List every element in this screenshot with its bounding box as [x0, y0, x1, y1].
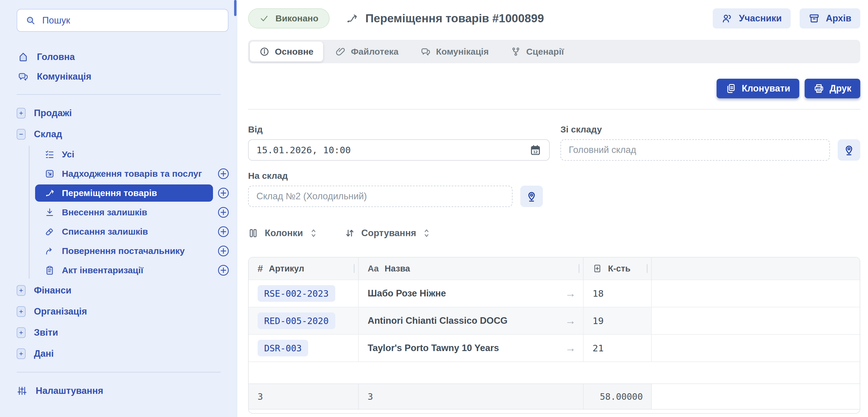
sidebar-scrollbar-thumb[interactable] — [234, 0, 237, 16]
svg-text:12: 12 — [533, 150, 538, 154]
tab-scenarios[interactable]: Сценарії — [501, 42, 574, 62]
article-badge: RSE-002-2023 — [258, 285, 335, 302]
column-resize-handle[interactable] — [354, 264, 354, 273]
sidebar-item-stock-entry[interactable]: Внесення залишків — [35, 204, 213, 221]
article-badge: DSR-003 — [258, 340, 308, 356]
add-circle-icon[interactable] — [217, 264, 230, 277]
incoming-box-icon — [44, 169, 55, 179]
target-warehouse-label: На склад — [248, 171, 543, 181]
expand-plus-icon[interactable] — [17, 306, 26, 317]
sidebar-search[interactable] — [17, 9, 228, 32]
return-arrow-icon — [44, 246, 55, 256]
sort-arrows-icon — [345, 228, 355, 238]
collapse-minus-icon[interactable] — [17, 129, 26, 140]
source-warehouse-field[interactable] — [560, 139, 830, 161]
home-icon — [18, 52, 29, 62]
sidebar-section-finance[interactable]: Фінанси — [0, 280, 237, 301]
search-input[interactable] — [42, 15, 220, 26]
sidebar-divider — [17, 372, 221, 373]
branch-icon — [511, 47, 521, 57]
clone-button[interactable]: Клонувати — [717, 79, 799, 98]
sidebar-item-inventory-act[interactable]: Акт інвентаризації — [35, 262, 213, 279]
target-warehouse-field[interactable] — [248, 186, 513, 207]
printer-icon — [813, 83, 824, 94]
table-bottom-padding — [249, 410, 860, 413]
section-divider — [248, 109, 860, 110]
copy-icon — [725, 83, 736, 94]
sidebar-item-all[interactable]: Усі — [35, 146, 213, 163]
source-location-button[interactable] — [838, 139, 860, 161]
print-button[interactable]: Друк — [805, 79, 860, 98]
columns-icon — [248, 228, 258, 238]
tab-communication[interactable]: Комунікація — [411, 42, 498, 62]
sidebar-section-organization[interactable]: Організація — [0, 301, 237, 322]
sidebar-section-sales[interactable]: Продажі — [0, 102, 237, 124]
table-row[interactable]: RSE-002-2023 Шабо Розе Ніжне → 18 — [249, 279, 860, 307]
table-empty-space — [249, 361, 860, 383]
sidebar-section-data[interactable]: Дані — [0, 343, 237, 364]
target-location-button[interactable] — [520, 186, 543, 207]
table-header-row: # Артикул Aa Назва К-сть — [249, 257, 860, 279]
checklist-icon — [44, 149, 55, 160]
expand-plus-icon[interactable] — [17, 285, 26, 296]
sidebar-section-reports[interactable]: Звіти — [0, 322, 237, 343]
expand-plus-icon[interactable] — [17, 327, 26, 338]
section-label: Фінанси — [34, 285, 71, 296]
table-row[interactable]: DSR-003 Taylor's Porto Tawny 10 Years → … — [249, 334, 860, 361]
item-qty: 19 — [584, 307, 652, 334]
open-row-arrow-icon[interactable]: → — [565, 342, 576, 354]
open-row-arrow-icon[interactable]: → — [565, 287, 576, 300]
tab-files[interactable]: Файлотека — [326, 42, 408, 62]
sidebar-item-goods-receipt[interactable]: Надходження товарів та послуг — [35, 165, 213, 182]
column-header-empty — [652, 257, 860, 279]
main-content: Виконано Переміщення товарів #1000899 Уч… — [237, 0, 868, 417]
people-icon — [722, 13, 733, 24]
table-controls: Колонки Сортування — [248, 228, 860, 239]
page-title: Переміщення товарів #1000899 — [365, 12, 544, 25]
archive-button[interactable]: Архів — [800, 8, 860, 29]
item-name: Taylor's Porto Tawny 10 Years — [368, 343, 499, 353]
column-header-name[interactable]: Aa Назва — [359, 257, 584, 279]
item-name: Шабо Розе Ніжне — [368, 288, 446, 299]
column-resize-handle[interactable] — [647, 264, 648, 273]
sidebar-top-nav: Головна Комунікація — [0, 47, 237, 86]
from-date-input[interactable] — [256, 145, 529, 155]
section-label: Звіти — [34, 327, 58, 338]
sidebar-item-return-to-supplier[interactable]: Повернення постачальнику — [35, 242, 213, 259]
item-name: Antinori Chianti Classico DOCG — [368, 315, 507, 326]
open-row-arrow-icon[interactable]: → — [565, 315, 576, 327]
sidebar-item-goods-transfer[interactable]: Переміщення товарів — [35, 184, 213, 202]
plus-square-icon — [593, 264, 602, 273]
column-header-qty[interactable]: К-сть — [584, 257, 652, 279]
target-warehouse-input[interactable] — [256, 191, 504, 202]
from-date-field[interactable]: 12 — [248, 139, 550, 161]
column-resize-handle[interactable] — [579, 264, 580, 273]
expand-plus-icon[interactable] — [17, 108, 26, 118]
tab-main[interactable]: Основне — [250, 42, 323, 62]
status-badge: Виконано — [248, 8, 330, 29]
participants-button[interactable]: Учасники — [713, 8, 790, 29]
section-label: Дані — [34, 348, 54, 359]
columns-button[interactable]: Колонки — [248, 228, 317, 239]
sidebar-item-settings[interactable]: Налаштування — [0, 380, 237, 401]
calendar-icon[interactable]: 12 — [529, 144, 541, 156]
sidebar-item-communication[interactable]: Комунікація — [0, 67, 237, 86]
add-circle-icon[interactable] — [217, 187, 230, 199]
sidebar-item-label: Переміщення товарів — [62, 188, 157, 198]
sort-button[interactable]: Сортування — [345, 228, 430, 239]
add-circle-icon[interactable] — [217, 225, 230, 238]
sidebar-item-stock-writeoff[interactable]: Списання залишків — [35, 223, 213, 240]
sidebar-item-home[interactable]: Головна — [0, 47, 237, 67]
sidebar-item-label: Надходження товарів та послуг — [62, 169, 202, 179]
search-icon — [26, 15, 36, 26]
add-circle-icon[interactable] — [217, 206, 230, 219]
expand-plus-icon[interactable] — [17, 348, 26, 359]
source-warehouse-input[interactable] — [569, 145, 822, 155]
info-icon — [259, 47, 270, 57]
add-circle-icon[interactable] — [217, 168, 230, 180]
sidebar-section-warehouse[interactable]: Склад — [0, 124, 237, 145]
column-header-article[interactable]: # Артикул — [249, 257, 359, 279]
paperclip-icon — [336, 47, 346, 57]
table-row[interactable]: RED-005-2020 Antinori Chianti Classico D… — [249, 307, 860, 334]
add-circle-icon[interactable] — [217, 245, 230, 257]
